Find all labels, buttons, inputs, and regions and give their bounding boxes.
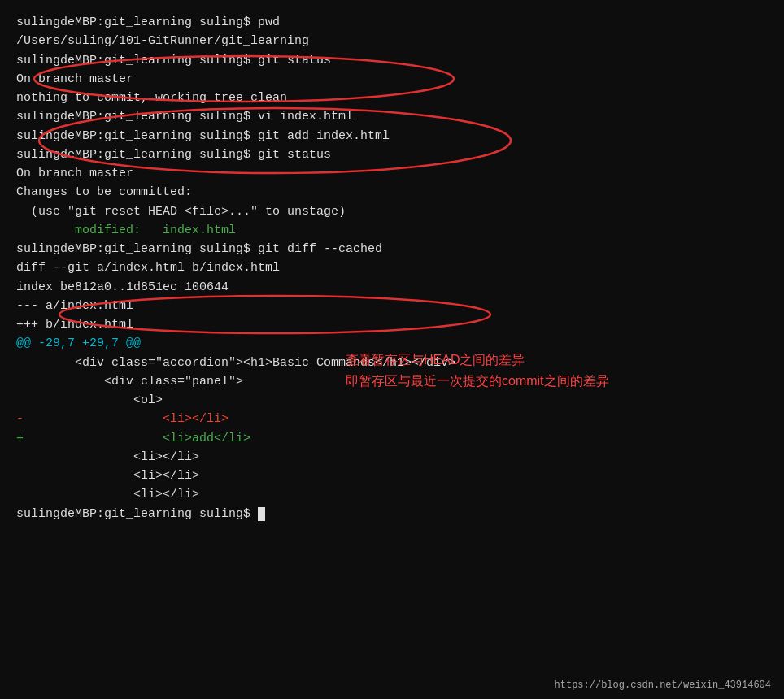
terminal-line: diff --git a/index.html b/index.html (16, 258, 768, 277)
terminal-line: + <li>add</li> (16, 429, 768, 448)
terminal-line: /Users/suling/101-GitRunner/git_learning (16, 32, 768, 50)
terminal-line: <ol> (16, 391, 768, 410)
terminal-line: - <li></li> (16, 410, 768, 428)
terminal-line: <li></li> (16, 448, 768, 467)
terminal-line: On branch master (16, 164, 768, 183)
terminal-line: sulingdeMBP:git_learning suling$ pwd (16, 13, 768, 32)
terminal-line: Changes to be committed: (16, 183, 768, 202)
terminal-line: +++ b/index.html (16, 315, 768, 334)
terminal-line: sulingdeMBP:git_learning suling$ git sta… (16, 145, 768, 164)
terminal-line: --- a/index.html (16, 297, 768, 315)
terminal-line: <li></li> (16, 467, 768, 485)
terminal-line: modified: index.html (16, 221, 768, 240)
terminal-line: sulingdeMBP:git_learning suling$ git dif… (16, 240, 768, 258)
terminal-line: sulingdeMBP:git_learning suling$ git sta… (16, 51, 768, 70)
terminal-line: nothing to commit, working tree clean (16, 89, 768, 107)
terminal-line: <li></li> (16, 485, 768, 504)
terminal-line: sulingdeMBP:git_learning suling$ git add… (16, 127, 768, 145)
url-label: https://blog.csdn.net/weixin_43914604 (555, 679, 771, 691)
terminal-line: index be812a0..1d851ec 100644 (16, 278, 768, 297)
terminal-cursor (258, 507, 265, 521)
terminal-line: sulingdeMBP:git_learning suling$ (16, 505, 768, 523)
terminal-line: (use "git reset HEAD <file>..." to unsta… (16, 202, 768, 221)
terminal-line: On branch master (16, 70, 768, 89)
terminal-line: sulingdeMBP:git_learning suling$ vi inde… (16, 107, 768, 126)
terminal-window: sulingdeMBP:git_learning suling$ pwd/Use… (0, 0, 784, 536)
annotation-text-1: 查看暂存区与HEAD之间的差异 即暂存区与最近一次提交的commit之间的差异 (346, 350, 609, 391)
